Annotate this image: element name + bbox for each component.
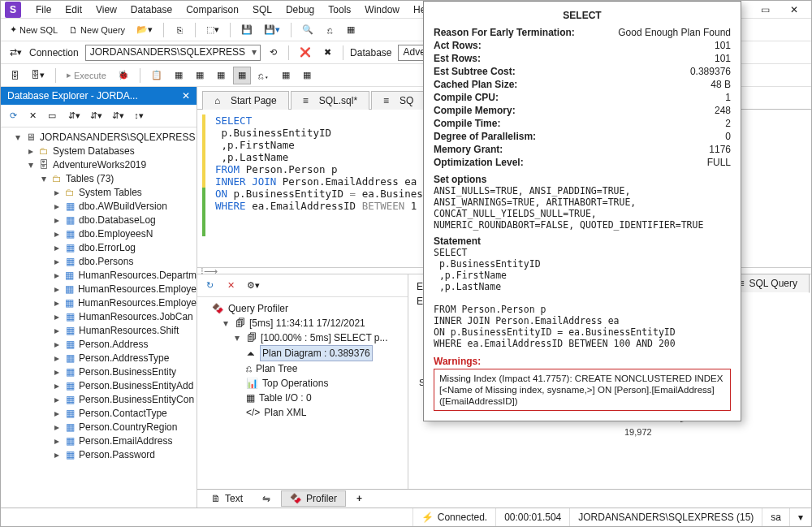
database-label: Database (350, 47, 391, 58)
table-node[interactable]: ▸▦dbo.AWBuildVersion (53, 200, 197, 214)
conn-icon[interactable]: ⇄▾ (6, 44, 26, 62)
tooltip-set-options: ANSI_NULLS=TRUE, ANSI_PADDING=TRUE, ANSI… (434, 185, 731, 231)
table-node[interactable]: ▸▦Person.BusinessEntity (53, 365, 197, 379)
new-query-button[interactable]: 🗋 New Query (65, 21, 129, 39)
db-icon-2[interactable]: ✖ (318, 44, 336, 62)
btn-t9[interactable]: ▦ (277, 67, 295, 84)
table-node[interactable]: ▸▦HumanResources.Employe (53, 296, 197, 310)
tooltip-warning-text: Missing Index (Impact 41.7757): CREATE N… (434, 369, 731, 411)
profiler-item[interactable]: 📊Top Operations (246, 376, 404, 391)
et-4[interactable]: ↕▾ (130, 107, 148, 125)
btn-t5[interactable]: ▦ (191, 67, 209, 84)
table-node[interactable]: ▸▦Person.ContactType (53, 407, 197, 421)
table-node[interactable]: ▸▦Person.Password (53, 448, 197, 462)
tab-sql1[interactable]: ≡SQL.sql* (291, 91, 369, 110)
table-node[interactable]: ▸▦Person.CountryRegion (53, 421, 197, 434)
btn-a[interactable]: ⎘ (171, 21, 188, 39)
menu-database[interactable]: Database (125, 2, 178, 17)
table-node[interactable]: ▸▦Person.AddressType (53, 352, 197, 365)
status-user: sa (762, 508, 789, 526)
tooltip-row: Cached Plan Size:48 B (434, 78, 731, 91)
status-dropdown[interactable]: ▾ (789, 508, 811, 526)
menu-debug[interactable]: Debug (280, 2, 320, 17)
sql-icon: ≡ (303, 95, 314, 106)
table-node[interactable]: ▸▦HumanResources.Departm (53, 269, 197, 283)
new-sql-button[interactable]: ✦ New SQL (6, 21, 62, 39)
menu-view[interactable]: View (90, 2, 123, 17)
conn-refresh[interactable]: ⟲ (264, 44, 282, 62)
btn-t1[interactable]: 🗄 (6, 67, 24, 84)
profiler-item[interactable]: </>Plan XML (246, 405, 404, 420)
tab-revert[interactable]: ⇋ (253, 490, 279, 507)
table-node[interactable]: ▸▦Person.BusinessEntityAdd (53, 379, 197, 393)
tab-add[interactable]: + (348, 490, 371, 507)
menu-edit[interactable]: Edit (59, 2, 88, 17)
connection-label: Connection (29, 47, 79, 58)
tab-text[interactable]: 🗎Text (202, 490, 252, 507)
status-bar: ⚡Connected. 00:00:01.504 JORDANSANDERS\S… (1, 508, 811, 526)
prof-opt[interactable]: ⚙▾ (243, 277, 264, 295)
profiler-tree[interactable]: 🍫Query Profiler ▾🗐[5ms] 11:34:11 17/12/2… (197, 297, 408, 489)
profiler-item[interactable]: ▦Table I/O : 0 (246, 391, 404, 405)
grid-button[interactable]: ▦ (342, 21, 360, 39)
table-node[interactable]: ▸▦dbo.DatabaseLog (53, 214, 197, 227)
tab-profiler[interactable]: 🍫Profiler (281, 490, 346, 507)
save-button[interactable]: 💾 (237, 21, 257, 39)
table-node[interactable]: ▸▦HumanResources.Shift (53, 324, 197, 338)
db-icon-1[interactable]: ❌ (296, 44, 315, 62)
tab-sql2[interactable]: ≡SQ (371, 91, 425, 110)
close-icon[interactable]: ✕ (788, 4, 800, 15)
table-icon: ▦ (64, 227, 76, 241)
menu-sql[interactable]: SQL (247, 2, 278, 17)
menu-comparison[interactable]: Comparison (180, 2, 244, 17)
table-node[interactable]: ▸▦Person.EmailAddress (53, 434, 197, 448)
table-node[interactable]: ▸▦Person.Address (53, 338, 197, 352)
refresh-icon[interactable]: ⟳ (4, 107, 22, 125)
btn-b[interactable]: ⬚▾ (202, 21, 223, 39)
prof-del[interactable]: ✕ (222, 277, 240, 295)
profiler-item[interactable]: ⎌Plan Tree (246, 361, 404, 376)
profiler-item[interactable]: ⏶Plan Diagram : 0.389376 (246, 345, 404, 361)
table-icon: ▦ (64, 448, 76, 462)
connection-combo[interactable]: JORDANSANDERS\SQLEXPRESS (85, 45, 261, 61)
collapse-icon[interactable]: ▭ (43, 107, 61, 125)
tree-button[interactable]: ⎌ (321, 21, 339, 39)
table-icon: ▦ (64, 214, 76, 227)
debug-button[interactable]: 🐞 (114, 67, 133, 84)
table-node[interactable]: ▸▦dbo.Persons (53, 255, 197, 269)
prof-run[interactable]: ↻ (201, 277, 218, 295)
filter-icon[interactable]: ✕ (24, 107, 41, 125)
et-1[interactable]: ⇵▾ (64, 107, 84, 125)
btn-t7[interactable]: ▦ (233, 67, 251, 84)
table-node[interactable]: ▸▦dbo.ErrorLog (53, 241, 197, 255)
restore-icon[interactable]: ▭ (759, 4, 771, 15)
open-button[interactable]: 📂▾ (132, 21, 157, 39)
menu-window[interactable]: Window (359, 2, 405, 17)
table-node[interactable]: ▸▦dbo.EmployeesN (53, 227, 197, 241)
search-button[interactable]: 🔍 (298, 21, 317, 39)
execute-button[interactable]: ▸ Execute (63, 67, 110, 84)
btn-t8[interactable]: ⎌▾ (254, 67, 274, 84)
tooltip-row: Act Rows:101 (434, 39, 731, 52)
et-2[interactable]: ⇵▾ (86, 107, 106, 125)
btn-t4[interactable]: ▦ (170, 67, 188, 84)
et-3[interactable]: ⇵▾ (108, 107, 128, 125)
table-icon: ▦ (64, 393, 76, 407)
btn-t6[interactable]: ▦ (212, 67, 230, 84)
window-controls: ▭ ✕ (748, 1, 811, 19)
menu-tools[interactable]: Tools (322, 2, 356, 17)
panel-close-icon[interactable]: ✕ (182, 90, 190, 102)
tooltip-row: Est Subtree Cost:0.389376 (434, 65, 731, 78)
table-icon: ▦ (64, 365, 76, 379)
table-node[interactable]: ▸▦Person.BusinessEntityCon (53, 393, 197, 407)
menu-file[interactable]: File (30, 2, 57, 17)
btn-t10[interactable]: ▦ (298, 67, 316, 84)
table-node[interactable]: ▸▦HumanResources.JobCan (53, 310, 197, 324)
btn-t2[interactable]: 🗄▾ (27, 67, 49, 84)
tab-start-page[interactable]: ⌂Start Page (202, 91, 289, 110)
table-node[interactable]: ▸▦HumanResources.Employe (53, 283, 197, 296)
explorer-tree[interactable]: ▾🖥JORDANSANDERS\SQLEXPRESS ▸🗀System Data… (1, 127, 197, 508)
btn-t3[interactable]: 📋 (147, 67, 166, 84)
profiler-tree-pane: ↻ ✕ ⚙▾ 🍫Query Profiler ▾🗐[5ms] 11:34:11 … (197, 274, 408, 489)
save-all-button[interactable]: 💾▾ (260, 21, 284, 39)
